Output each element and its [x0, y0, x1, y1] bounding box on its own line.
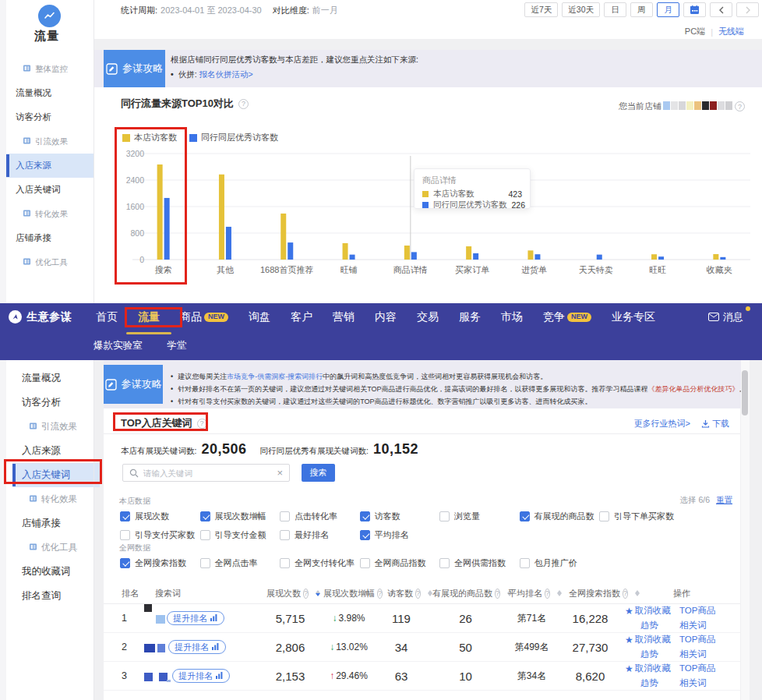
checkbox-unchecked-icon[interactable]	[280, 558, 290, 568]
checkbox-引导支付买家数[interactable]: 引导支付买家数	[120, 529, 200, 541]
bar-本店访客数-买家订单[interactable]	[466, 246, 471, 260]
checkbox-有展现的商品数[interactable]: 有展现的商品数	[520, 511, 600, 522]
bar-同行同层优秀访客数-搜索[interactable]	[164, 198, 170, 260]
checkbox-全网搜索指数[interactable]: 全网搜索指数	[120, 557, 200, 569]
checkbox-unchecked-icon[interactable]	[439, 511, 450, 521]
help-icon[interactable]: ?	[735, 101, 745, 111]
scrollbar-track[interactable]	[741, 360, 750, 700]
column-header-访客数[interactable]: 访客数?	[378, 588, 425, 599]
checkbox-最好排名[interactable]: 最好排名	[280, 529, 360, 541]
boost-rank-button[interactable]: 提升排名	[167, 611, 224, 625]
nav-item-流量[interactable]: 流量	[138, 310, 160, 324]
signup-activity-link[interactable]: 报名伙拼活动>	[199, 69, 253, 79]
trend-link[interactable]: 趋势	[625, 677, 679, 689]
bar-本店访客数-收藏夹[interactable]	[713, 254, 718, 260]
range-button-月[interactable]: 月	[657, 2, 679, 17]
bar-同行同层优秀访客数-其他[interactable]	[226, 227, 231, 260]
sidebar-item-引流效果[interactable]: 引流效果	[6, 129, 93, 154]
nav-item-竞争[interactable]: 竞争NEW	[543, 310, 591, 324]
column-header-平均排名[interactable]: 平均排名?	[506, 588, 557, 599]
sidebar-item-入店关键词[interactable]: 入店关键词	[12, 463, 100, 487]
related-words-link[interactable]: 相关词	[679, 649, 740, 660]
boost-rank-button[interactable]: 提升排名	[172, 669, 230, 683]
bar-本店访客数-1688首页推荐[interactable]	[280, 214, 286, 260]
column-header-展现次数[interactable]: 展现次数?	[261, 588, 319, 599]
nav-item-市场[interactable]: 市场	[501, 310, 523, 324]
top-products-link[interactable]: TOP商品	[679, 663, 740, 674]
checkbox-checked-icon[interactable]	[520, 511, 530, 521]
device-tab-无线端[interactable]: 无线端	[718, 26, 744, 37]
checkbox-unchecked-icon[interactable]	[120, 530, 130, 540]
trend-link[interactable]: 趋势	[625, 620, 679, 631]
help-icon[interactable]: ?	[415, 589, 421, 599]
top-products-link[interactable]: TOP商品	[679, 634, 740, 645]
sidebar-item-优化工具[interactable]: 优化工具	[12, 536, 100, 560]
next-period-button[interactable]	[736, 2, 759, 17]
checkbox-unchecked-icon[interactable]	[599, 511, 609, 521]
sidebar-item-入店来源[interactable]: 入店来源	[6, 154, 93, 178]
checkbox-unchecked-icon[interactable]	[280, 511, 290, 521]
keyword-search-input[interactable]	[143, 468, 272, 478]
sidebar-item-访客分析[interactable]: 访客分析	[6, 105, 93, 129]
calendar-button[interactable]	[683, 2, 706, 17]
help-icon[interactable]: ?	[303, 589, 309, 599]
device-tab-PC端[interactable]: PC端	[685, 26, 705, 37]
unfavorite-link[interactable]: ★取消收藏	[625, 634, 679, 645]
checkbox-展现次数[interactable]: 展现次数	[120, 511, 200, 522]
bar-同行同层优秀访客数-买家订单[interactable]	[473, 253, 478, 260]
column-header-全网搜索指数[interactable]: 全网搜索指数?	[557, 588, 623, 599]
subnav-item-学堂[interactable]: 学堂	[168, 339, 187, 352]
messages-button[interactable]: 消息	[708, 303, 743, 331]
checkbox-checked-icon[interactable]	[120, 511, 130, 521]
nav-item-交易[interactable]: 交易	[417, 310, 439, 324]
scrollbar-thumb[interactable]	[742, 370, 748, 415]
download-link[interactable]: 下载	[701, 418, 729, 430]
sidebar-item-访客分析[interactable]: 访客分析	[12, 391, 100, 415]
checkbox-包月推广价[interactable]: 包月推广价	[520, 557, 600, 569]
checkbox-访客数[interactable]: 访客数	[360, 511, 440, 522]
nav-item-询盘[interactable]: 询盘	[249, 310, 270, 324]
help-icon[interactable]: ?	[197, 419, 207, 429]
subnav-item-爆款实验室[interactable]: 爆款实验室	[93, 339, 143, 352]
top-products-link[interactable]: TOP商品	[679, 605, 740, 617]
checkbox-全网点击率[interactable]: 全网点击率	[200, 557, 280, 569]
trend-link[interactable]: 趋势	[625, 649, 679, 660]
advisor-link[interactable]: 市场竞争-供需洞察-搜索词排行	[227, 373, 323, 380]
range-button-近7天[interactable]: 近7天	[524, 2, 558, 17]
column-header-有展现的商品数[interactable]: 有展现的商品数?	[425, 588, 506, 599]
checkbox-checked-icon[interactable]	[360, 511, 370, 521]
checkbox-全网供需指数[interactable]: 全网供需指数	[439, 557, 520, 569]
bar-本店访客数-进货单[interactable]	[527, 250, 533, 260]
brand[interactable]: 生意参谋	[9, 310, 72, 324]
nav-item-客户[interactable]: 客户	[291, 310, 312, 324]
related-words-link[interactable]: 相关词	[679, 677, 740, 689]
sidebar-item-转化效果[interactable]: 转化效果	[6, 202, 93, 226]
advisor-button[interactable]: 参谋攻略	[104, 50, 165, 87]
bar-本店访客数-旺铺[interactable]	[343, 243, 348, 260]
sidebar-item-优化工具[interactable]: 优化工具	[6, 250, 93, 274]
checkbox-引导支付金额[interactable]: 引导支付金额	[200, 529, 280, 541]
more-industry-words-link[interactable]: 更多行业热词>	[634, 418, 690, 430]
advisor-button[interactable]: 参谋攻略	[104, 365, 163, 404]
bar-同行同层优秀访客数-收藏夹[interactable]	[720, 257, 725, 260]
bar-同行同层优秀访客数-旺铺[interactable]	[350, 255, 355, 260]
sidebar-item-转化效果[interactable]: 转化效果	[12, 487, 100, 511]
nav-item-内容[interactable]: 内容	[375, 310, 397, 324]
checkbox-checked-icon[interactable]	[200, 511, 210, 521]
checkbox-全网商品指数[interactable]: 全网商品指数	[360, 557, 440, 569]
checkbox-点击转化率[interactable]: 点击转化率	[280, 511, 360, 522]
help-icon[interactable]: ?	[238, 99, 249, 109]
boost-rank-button[interactable]: 提升排名	[168, 640, 226, 654]
help-icon[interactable]: ?	[495, 589, 500, 599]
sidebar-item-店铺承接[interactable]: 店铺承接	[6, 226, 93, 250]
sidebar-item-我的收藏词[interactable]: 我的收藏词	[12, 560, 100, 584]
reset-link[interactable]: 重置	[716, 495, 732, 506]
range-button-日[interactable]: 日	[604, 2, 626, 17]
sidebar-item-排名查询[interactable]: 排名查询	[12, 584, 100, 608]
bar-同行同层优秀访客数-进货单[interactable]	[534, 254, 540, 260]
nav-item-业务专区[interactable]: 业务专区	[612, 310, 655, 324]
bar-本店访客数-旺旺[interactable]	[651, 254, 657, 260]
related-words-link[interactable]: 相关词	[679, 620, 740, 631]
range-button-近30天[interactable]: 近30天	[562, 2, 600, 17]
checkbox-unchecked-icon[interactable]	[360, 558, 370, 568]
